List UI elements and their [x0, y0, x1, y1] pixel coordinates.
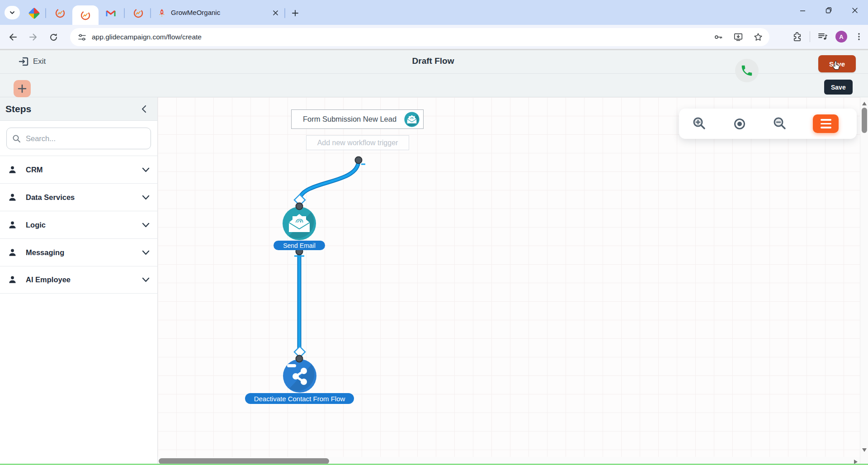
site-settings-icon[interactable] [78, 33, 86, 42]
pinned-tab-gmail[interactable] [105, 7, 117, 19]
diamond-connector-bottom[interactable] [294, 346, 305, 357]
back-arrow-icon [8, 32, 18, 42]
chevron-down-icon [142, 277, 150, 282]
pinned-tab-diamond[interactable] [28, 7, 40, 19]
chevron-down-icon [142, 167, 150, 172]
send-email-node[interactable]: @ [283, 207, 316, 240]
diamond-favicon-icon [28, 7, 40, 19]
search-icon [12, 134, 21, 143]
sidebar-item-ai-employee[interactable]: AI Employee [0, 266, 157, 294]
person-icon [8, 275, 17, 285]
install-app-icon[interactable] [733, 32, 743, 42]
reload-icon [49, 33, 58, 42]
restore-button[interactable] [816, 0, 842, 21]
restore-icon [826, 7, 832, 14]
save-tooltip: Save [824, 80, 853, 95]
person-icon [8, 248, 17, 257]
hamburger-icon [821, 119, 831, 121]
url-text[interactable]: app.glidecampaign.com/flow/create [92, 33, 202, 41]
password-key-icon[interactable] [713, 32, 723, 42]
main-area: Steps CRM Data Service [0, 97, 868, 465]
page-title: Draft Flow [412, 56, 454, 66]
profile-avatar[interactable]: A [835, 31, 847, 43]
tab-title[interactable]: GrowMeOrganic [171, 9, 220, 16]
minimize-icon [800, 8, 806, 14]
plus-icon [17, 84, 27, 94]
svg-text:@: @ [295, 217, 304, 227]
sidebar-item-label: CRM [26, 166, 133, 174]
search-input[interactable] [26, 134, 145, 143]
vertical-scrollbar[interactable] [860, 97, 868, 465]
close-icon [852, 7, 858, 14]
tab-close-button[interactable] [270, 8, 280, 18]
glide-logo-icon [80, 10, 91, 21]
zoom-out-button[interactable] [772, 116, 788, 132]
flow-canvas[interactable]: Form Submission New Lead @ Add new workf… [158, 97, 868, 465]
tab-separator [45, 8, 46, 18]
add-step-button[interactable] [14, 80, 31, 97]
email-trigger-icon: @ [403, 111, 420, 130]
new-tab-button[interactable] [290, 8, 301, 19]
toolbar-right: A [792, 31, 863, 43]
sidebar-item-messaging[interactable]: Messaging [0, 238, 157, 266]
flow-connectors: @ [158, 97, 868, 465]
sidebar-item-data-services[interactable]: Data Services [0, 183, 157, 211]
extensions-icon[interactable] [792, 32, 802, 42]
deactivate-contact-label[interactable]: Deactivate Contact From Flow [245, 393, 354, 404]
exit-button[interactable]: Exit [18, 56, 46, 67]
back-button[interactable] [7, 31, 19, 43]
media-controls-icon[interactable] [817, 31, 828, 42]
reload-button[interactable] [47, 31, 60, 43]
chevron-down-icon [142, 223, 150, 228]
sidebar-item-label: Messaging [26, 248, 133, 257]
plus-icon [292, 9, 299, 17]
search-box[interactable] [6, 128, 151, 149]
sidebar-item-logic[interactable]: Logic [0, 211, 157, 238]
tab-search-chevron-button[interactable] [5, 6, 20, 19]
collapse-sidebar-button[interactable] [141, 105, 147, 113]
rocket-icon [157, 9, 166, 18]
tab-rocket-favicon [156, 7, 167, 19]
tab-separator [124, 8, 125, 18]
steps-sidebar: Steps CRM Data Service [0, 97, 158, 465]
connection-handles[interactable] [296, 157, 362, 362]
chevron-down-icon [9, 9, 15, 16]
pinned-tab-glide[interactable] [54, 7, 66, 19]
close-window-button[interactable] [842, 0, 868, 21]
browser-menu-icon[interactable] [854, 32, 863, 41]
exit-icon [18, 56, 30, 67]
window-controls [789, 0, 868, 21]
phone-button[interactable] [735, 59, 759, 82]
pinned-tab-glide-2[interactable] [132, 7, 144, 19]
forward-button[interactable] [27, 31, 39, 43]
omnibox[interactable]: app.glidecampaign.com/flow/create [70, 28, 769, 46]
minimize-button[interactable] [789, 0, 816, 21]
active-tab-glide[interactable] [72, 5, 99, 25]
toolbar-divider [810, 31, 810, 42]
zoom-in-button[interactable] [692, 116, 707, 132]
forward-arrow-icon [28, 32, 38, 42]
steps-title: Steps [5, 104, 31, 114]
app-header: Exit Draft Flow Save [0, 50, 868, 74]
close-icon [273, 10, 278, 16]
browser-window: GrowMeOrganic app.glidecampaign.com [0, 0, 868, 465]
sidebar-item-label: Logic [26, 221, 133, 229]
address-bar: app.glidecampaign.com/flow/create A [0, 25, 868, 49]
chevron-left-icon [141, 105, 147, 113]
bookmark-star-icon[interactable] [753, 32, 763, 42]
scroll-up-arrow[interactable] [862, 100, 867, 108]
omnibox-actions [713, 32, 763, 42]
diamond-connector-top[interactable] [294, 195, 305, 205]
chevron-down-icon [142, 250, 150, 255]
vertical-scrollbar-thumb[interactable] [862, 108, 867, 133]
send-email-label[interactable]: Send Email [274, 241, 325, 250]
sidebar-item-crm[interactable]: CRM [0, 156, 157, 183]
add-workflow-trigger-button[interactable]: Add new workflow trigger [306, 135, 409, 150]
trigger-node[interactable]: Form Submission New Lead @ [291, 109, 424, 129]
canvas-menu-button[interactable] [813, 114, 839, 133]
center-view-button[interactable] [732, 117, 747, 131]
glide-logo-icon [133, 8, 144, 19]
scroll-down-arrow[interactable] [862, 446, 867, 454]
deactivate-contact-node[interactable] [283, 359, 316, 393]
person-icon [8, 220, 17, 230]
